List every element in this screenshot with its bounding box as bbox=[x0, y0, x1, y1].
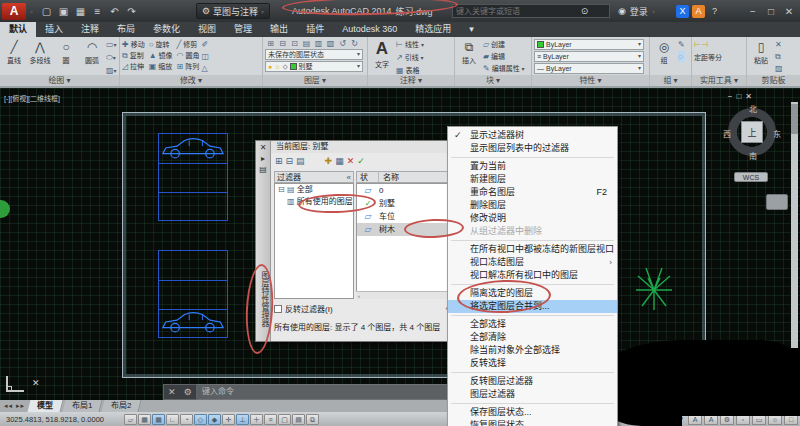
layer-off-icon[interactable]: ⊟ bbox=[277, 39, 288, 48]
panel-label-block[interactable]: 块 ▾ bbox=[455, 75, 531, 86]
layer-next-icon[interactable]: ↻ bbox=[349, 39, 360, 48]
insert-block-button[interactable]: ⧉ 插入 bbox=[457, 39, 481, 65]
tree-expand-icon[interactable]: ⊟ bbox=[278, 185, 285, 194]
explode-button[interactable]: ◫ bbox=[201, 51, 209, 62]
trim-button[interactable]: ╱ 修剪 bbox=[177, 39, 200, 50]
menu-clear-all[interactable]: 全部清除 bbox=[448, 331, 617, 344]
copy-clip-icon[interactable]: ⧉ bbox=[775, 51, 783, 62]
layer-properties-icon[interactable]: ⊞ bbox=[265, 39, 276, 48]
menu-vp-thaw-all[interactable]: 视口解冻所有视口中的图层 bbox=[448, 269, 617, 282]
filter-tree[interactable]: ⊟ ▤ 全部 ▥ 所有使用的图层 bbox=[274, 183, 354, 299]
ortho-toggle[interactable]: ∟ bbox=[166, 414, 179, 425]
menu-restore-layer-states[interactable]: 恢复图层状态... bbox=[448, 419, 617, 426]
group-edit-icon[interactable]: ◌ bbox=[678, 51, 685, 62]
move-button[interactable]: ✚ 移动 bbox=[122, 39, 145, 50]
transparency-toggle[interactable]: ▢ bbox=[278, 414, 291, 425]
tab-insert[interactable]: 插入 bbox=[36, 22, 72, 37]
layer-match-icon[interactable]: ▧ bbox=[325, 39, 336, 48]
menu-invert-selection[interactable]: 反转选择 bbox=[448, 357, 617, 370]
menu-new-vp-frozen-layer[interactable]: 在所有视口中都被冻结的新图层视口 bbox=[448, 243, 617, 256]
offset-button[interactable]: △ bbox=[201, 63, 209, 74]
copy-button[interactable]: ⧉ 复制 bbox=[122, 50, 145, 61]
otrack-toggle[interactable]: ✛ bbox=[222, 414, 235, 425]
viewcube-south[interactable]: 南 bbox=[749, 150, 757, 161]
tab-model[interactable]: 模型 bbox=[28, 400, 64, 412]
wcs-dropdown[interactable]: WCS bbox=[734, 172, 768, 182]
layer-row-shumu[interactable]: ▱ 树木 bbox=[357, 223, 460, 236]
properties-menu-icon[interactable]: ▤ bbox=[256, 165, 270, 174]
ellipse-button[interactable]: ⬭▾ bbox=[106, 52, 117, 64]
help-search-field[interactable]: ⊙ bbox=[452, 4, 610, 18]
horizontal-scrollbar[interactable]: ‹ bbox=[356, 291, 448, 299]
new-property-filter-icon[interactable]: ⊞ bbox=[275, 156, 283, 166]
scrollbar-thumb[interactable] bbox=[791, 104, 798, 134]
color-dropdown[interactable]: ByLayer▾ bbox=[534, 39, 644, 50]
lineweight-toggle[interactable]: ≡ bbox=[264, 414, 277, 425]
edit-block-button[interactable]: ▰ 编辑 bbox=[483, 51, 525, 62]
circle-button[interactable]: ○ 圆 bbox=[54, 39, 78, 65]
scale-button[interactable]: ▣ 缩放 bbox=[149, 61, 173, 72]
text-button[interactable]: A 文字 bbox=[370, 39, 394, 69]
tab-annotate[interactable]: 注释 bbox=[72, 22, 108, 37]
menu-new-layer[interactable]: 新建图层 bbox=[448, 173, 617, 186]
menu-merge-selected-layers-to[interactable]: 将选定图层合并到... bbox=[448, 300, 617, 313]
application-menu-button[interactable]: A ▾ bbox=[2, 0, 33, 22]
tab-manage[interactable]: 管理 bbox=[225, 22, 261, 37]
menu-show-filters-in-list[interactable]: 显示图层列表中的过滤器 bbox=[448, 142, 617, 155]
layer-row-chewei[interactable]: ▱ 车位 bbox=[357, 210, 460, 223]
osnap-toggle[interactable]: ◇ bbox=[194, 414, 207, 425]
tab-layout2[interactable]: 布局2 bbox=[102, 400, 142, 412]
minimize-icon[interactable]: − bbox=[744, 6, 762, 17]
close-icon[interactable]: ✕ bbox=[780, 6, 798, 17]
panel-label-annotation[interactable]: 注释 ▾ bbox=[368, 75, 454, 86]
stretch-button[interactable]: ◿ 拉伸 bbox=[122, 61, 145, 72]
cut-icon[interactable]: ✕ bbox=[775, 39, 783, 50]
menu-isolate-selected-layers[interactable]: 隔离选定的图层 bbox=[448, 287, 617, 300]
tree-node-all[interactable]: ⊟ ▤ 全部 bbox=[275, 184, 353, 196]
plot-icon[interactable]: ≡ bbox=[91, 6, 104, 17]
menu-show-filter-tree[interactable]: ✓ 显示过滤器树 bbox=[448, 129, 617, 142]
exchange-apps-icon[interactable]: X bbox=[676, 5, 689, 18]
search-icon[interactable]: ⊙ bbox=[578, 5, 591, 18]
invert-filter-checkbox[interactable] bbox=[274, 305, 282, 313]
sign-in-area[interactable]: ◉ 登录 ▾ bbox=[618, 0, 655, 22]
panel-label-draw[interactable]: 绘图 ▾ bbox=[0, 75, 119, 86]
fillet-button[interactable]: ◠ 圆角 bbox=[177, 50, 200, 61]
viewport-controls-label[interactable]: [-][俯视][二维线框] bbox=[4, 93, 60, 103]
line-button[interactable]: ╱ 直线 bbox=[2, 39, 26, 65]
ribbon-minimize-icon[interactable]: ▾ bbox=[460, 22, 483, 37]
save-icon[interactable]: ▦ bbox=[74, 6, 87, 17]
create-block-button[interactable]: ▱ 创建 bbox=[483, 39, 525, 50]
array-button[interactable]: ⊞ 阵列 bbox=[177, 61, 200, 72]
viewcube-top-face[interactable]: 上 bbox=[741, 121, 763, 143]
linear-dim-button[interactable]: ⊢ 线性 ▾ bbox=[396, 39, 424, 51]
panel-label-modify[interactable]: 修改 ▾ bbox=[120, 75, 262, 86]
layout-tab-nav-arrows[interactable]: ◂◂ ▸▸ bbox=[0, 402, 29, 410]
customize-icon[interactable]: ⚙ bbox=[184, 387, 192, 397]
new-layer-icon[interactable]: ✚ bbox=[325, 156, 333, 166]
paste-button[interactable]: ▯ 粘贴 bbox=[749, 39, 773, 65]
column-name[interactable]: 名称 bbox=[379, 172, 399, 182]
layer-list[interactable]: ▱ 0 ✓ 别墅 ▱ 车位 ▱ 树木 bbox=[356, 183, 461, 299]
layer-freeze-icon[interactable]: ▤ bbox=[301, 39, 312, 48]
3dosnap-toggle[interactable]: ◆ bbox=[208, 414, 221, 425]
layer-isolate-icon[interactable]: ⊡ bbox=[289, 39, 300, 48]
tab-default[interactable]: 默认 bbox=[0, 22, 36, 37]
snap-toggle[interactable]: ▦ bbox=[138, 414, 151, 425]
layer-row-0[interactable]: ▱ 0 bbox=[357, 184, 460, 197]
panel-label-clipboard[interactable]: 剪贴板 bbox=[747, 75, 800, 86]
viewcube-east[interactable]: 东 bbox=[773, 128, 781, 139]
new-vp-frozen-layer-icon[interactable]: ▦ bbox=[335, 156, 344, 166]
rectangle-button[interactable]: ▭▾ bbox=[106, 39, 117, 51]
menu-vp-freeze-layer[interactable]: 视口冻结图层 › bbox=[448, 256, 617, 269]
menu-select-all[interactable]: 全部选择 bbox=[448, 318, 617, 331]
selection-cycling-toggle[interactable]: ⧉ bbox=[306, 414, 319, 425]
menu-invert-layer-filter[interactable]: 反转图层过滤器 bbox=[448, 375, 617, 388]
polar-toggle[interactable]: ◔ bbox=[180, 414, 193, 425]
rotate-button[interactable]: ○ 旋转 bbox=[149, 39, 173, 50]
close-icon[interactable]: ✕ bbox=[256, 143, 270, 152]
menu-rename-layer[interactable]: 重命名图层 F2 bbox=[448, 186, 617, 199]
layer-state-dropdown[interactable]: 未保存的图层状态▾ bbox=[265, 49, 363, 60]
quick-properties-toggle[interactable]: ▤ bbox=[292, 414, 305, 425]
open-file-icon[interactable]: ▣ bbox=[57, 6, 70, 17]
